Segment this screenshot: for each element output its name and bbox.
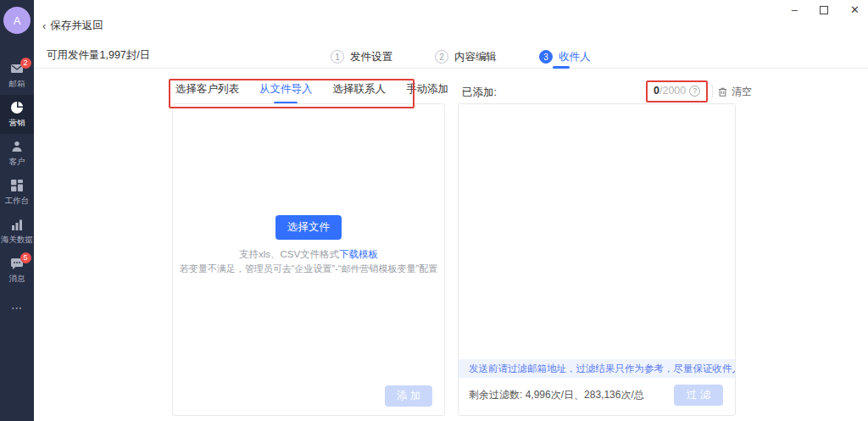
filter-notice: 发送前请过滤邮箱地址，过滤结果只作为参考，尽量保证收件人邮箱可用 xyxy=(459,359,735,378)
trash-icon xyxy=(717,86,728,97)
daily-quota-text: 可用发件量1,997封/日 xyxy=(47,48,150,63)
file-import-center: 选择文件 支持xls、CSV文件格式下载模板 若变量不满足，管理员可去“企业设置… xyxy=(173,215,444,275)
choose-file-button[interactable]: 选择文件 xyxy=(275,215,342,240)
sidebar-item-label: 营销 xyxy=(9,118,25,129)
added-title: 已添加: xyxy=(462,86,497,100)
save-and-return-label: 保存并返回 xyxy=(50,19,103,33)
step-recipients[interactable]: 3 收件人 xyxy=(539,46,615,68)
add-button[interactable]: 添 加 xyxy=(385,385,432,407)
file-format-hint: 支持xls、CSV文件格式下载模板 xyxy=(173,248,444,261)
added-count: 0 /2000 ? xyxy=(654,85,700,97)
avatar[interactable]: A xyxy=(3,7,31,34)
sidebar-item-customers[interactable]: 客户 xyxy=(0,134,34,173)
step-indicator: 1 发件设置 2 内容编辑 3 收件人 xyxy=(331,46,643,68)
mailbox-badge: 2 xyxy=(20,58,31,69)
bar-chart-icon xyxy=(10,218,25,232)
clear-button[interactable]: 清空 xyxy=(717,85,752,99)
recipient-source-tabs: 选择客户列表 从文件导入 选择联系人 手动添加 xyxy=(175,82,448,102)
file-format-hint-text: 支持xls、CSV文件格式 xyxy=(239,249,339,259)
sidebar-more-icon[interactable]: ⋯ xyxy=(0,302,34,314)
step-label: 内容编辑 xyxy=(454,50,497,64)
tab-select-customer-list[interactable]: 选择客户列表 xyxy=(175,82,239,102)
tab-import-from-file[interactable]: 从文件导入 xyxy=(259,82,313,102)
mail-icon: 2 xyxy=(10,62,25,76)
sidebar-item-label: 海关数据 xyxy=(1,235,33,246)
added-recipients-panel: 发送前请过滤邮箱地址，过滤结果只作为参考，尽量保证收件人邮箱可用 剩余过滤数: … xyxy=(458,103,736,416)
sidebar: A 2 邮箱 营销 客户 xyxy=(0,0,34,421)
tab-select-contacts[interactable]: 选择联系人 xyxy=(333,82,387,102)
chevron-left-icon: ‹ xyxy=(42,19,46,32)
variable-config-hint: 若变量不满足，管理员可去“企业设置”-“邮件营销模板变量”配置 xyxy=(173,263,444,275)
sidebar-item-messages[interactable]: 5 消息 xyxy=(0,251,34,290)
messages-badge: 5 xyxy=(20,252,31,263)
message-icon: 5 xyxy=(10,257,25,271)
sidebar-item-customs-data[interactable]: 海关数据 xyxy=(0,212,34,251)
sidebar-item-label: 工作台 xyxy=(5,196,30,207)
window-controls: – ✕ xyxy=(792,3,860,18)
added-count-current: 0 xyxy=(654,85,659,97)
sidebar-item-label: 邮箱 xyxy=(9,79,25,90)
close-icon[interactable]: ✕ xyxy=(850,3,860,18)
sidebar-item-label: 客户 xyxy=(9,157,25,168)
save-and-return-button[interactable]: ‹ 保存并返回 xyxy=(42,19,103,33)
filter-button[interactable]: 过 滤 xyxy=(674,385,723,406)
customer-icon xyxy=(10,140,25,154)
sidebar-item-label: 消息 xyxy=(9,274,25,285)
maximize-icon[interactable] xyxy=(820,6,828,14)
tab-manual-add[interactable]: 手动添加 xyxy=(406,82,448,102)
workbench-icon xyxy=(10,179,25,193)
step-label: 发件设置 xyxy=(350,50,392,64)
header-divider xyxy=(34,68,868,69)
added-count-limit: /2000 xyxy=(659,85,686,97)
sidebar-item-marketing[interactable]: 营销 xyxy=(0,95,34,134)
sidebar-menu: 2 邮箱 营销 客户 工作台 xyxy=(0,56,34,314)
step-number: 1 xyxy=(331,50,344,64)
step-number: 2 xyxy=(435,50,448,64)
pie-chart-icon xyxy=(10,101,25,115)
step-send-settings[interactable]: 1 发件设置 xyxy=(331,46,407,68)
step-number: 3 xyxy=(539,50,553,64)
step-content-edit[interactable]: 2 内容编辑 xyxy=(435,46,511,68)
header-separator xyxy=(712,85,713,97)
sidebar-item-workbench[interactable]: 工作台 xyxy=(0,173,34,212)
app-window: – ✕ A 2 邮箱 营销 xyxy=(0,0,868,421)
file-import-panel: 选择文件 支持xls、CSV文件格式下载模板 若变量不满足，管理员可去“企业设置… xyxy=(172,103,445,416)
download-template-link[interactable]: 下载模板 xyxy=(339,249,378,259)
clear-label: 清空 xyxy=(732,85,752,99)
filter-remaining-text: 剩余过滤数: 4,996次/日、283,136次/总 xyxy=(469,388,644,402)
sidebar-item-mailbox[interactable]: 2 邮箱 xyxy=(0,56,34,95)
question-circle-icon[interactable]: ? xyxy=(689,86,700,97)
step-label: 收件人 xyxy=(559,50,591,64)
minimize-icon[interactable]: – xyxy=(792,3,798,18)
